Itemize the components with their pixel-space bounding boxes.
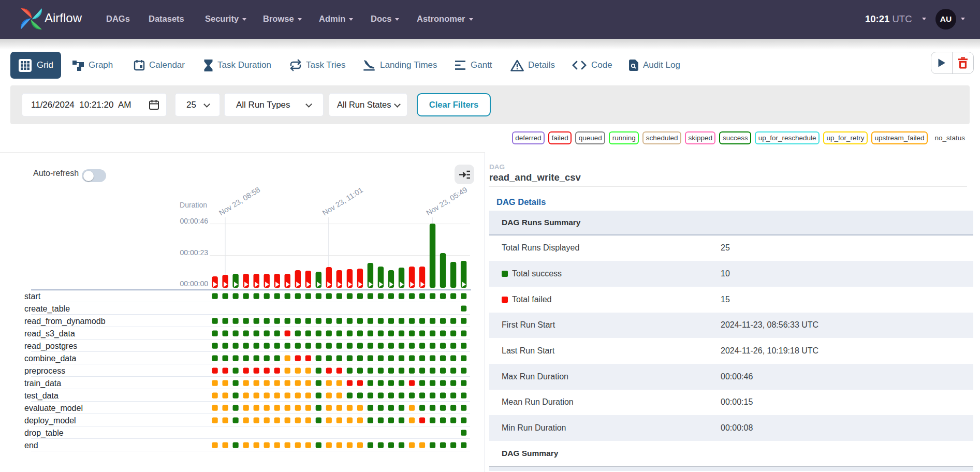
svg-text:preprocess: preprocess xyxy=(24,366,65,375)
svg-text:Duration: Duration xyxy=(180,201,207,209)
svg-text:drop_table: drop_table xyxy=(24,429,64,438)
svg-text:read_s3_data: read_s3_data xyxy=(24,329,75,338)
svg-text:end: end xyxy=(24,441,38,450)
svg-text:combine_data: combine_data xyxy=(24,354,77,363)
svg-text:evaluate_model: evaluate_model xyxy=(24,404,83,413)
svg-text:00:00:23: 00:00:23 xyxy=(180,248,209,257)
svg-text:read_postgres: read_postgres xyxy=(24,342,77,351)
svg-text:Nov 23, 08:58: Nov 23, 08:58 xyxy=(217,185,261,217)
svg-text:start: start xyxy=(24,292,41,301)
svg-text:Nov 23, 11:01: Nov 23, 11:01 xyxy=(321,186,364,217)
svg-text:00:00:00: 00:00:00 xyxy=(180,279,209,288)
svg-text:Nov 23, 05:49: Nov 23, 05:49 xyxy=(425,185,469,217)
svg-text:train_data: train_data xyxy=(24,379,61,388)
svg-text:00:00:46: 00:00:46 xyxy=(180,217,209,225)
svg-text:create_table: create_table xyxy=(24,304,70,314)
svg-text:deploy_model: deploy_model xyxy=(24,416,76,425)
svg-text:test_data: test_data xyxy=(24,391,58,401)
svg-text:read_from_dynamodb: read_from_dynamodb xyxy=(24,317,106,326)
